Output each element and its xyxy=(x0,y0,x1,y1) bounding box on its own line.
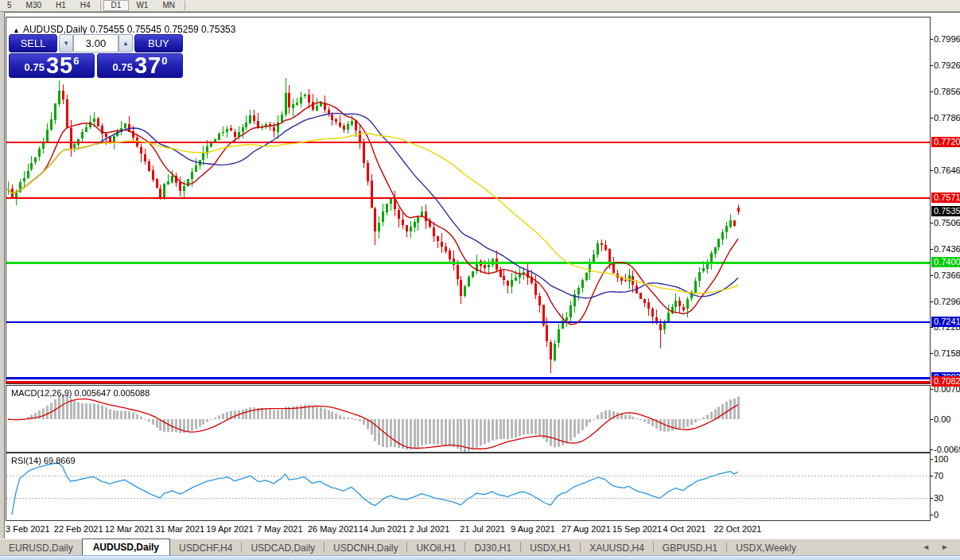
sell-price-button[interactable]: 0.75 35 6 xyxy=(9,53,95,78)
timeframe-button-m30[interactable]: M30 xyxy=(19,0,49,11)
price-axis-tick: 0.76460 xyxy=(934,165,960,175)
date-axis-label: 22 Oct 2021 xyxy=(713,524,761,534)
tab-scroll-right-icon[interactable]: ► xyxy=(941,542,949,552)
one-click-trade-panel: SELL ▼ ▲ BUY 0.75 35 6 0.75 37 0 xyxy=(9,34,183,78)
chart-tab-ukoil[interactable]: UKOil,H1 xyxy=(407,540,464,555)
timeframe-button-h4[interactable]: H4 xyxy=(73,0,98,11)
buy-price-button[interactable]: 0.75 37 0 xyxy=(97,53,183,78)
price-level-badge: 0.72411 xyxy=(931,317,960,327)
toolbar-separator xyxy=(185,1,185,10)
volume-decrease-button[interactable]: ▼ xyxy=(59,34,73,52)
rsi-axis-tick: 70 xyxy=(934,471,943,480)
timeframe-button-d1[interactable]: D1 xyxy=(103,0,130,11)
price-level-badge: 0.74007 xyxy=(931,257,960,267)
date-axis-label: 26 May 2021 xyxy=(308,524,359,534)
date-axis-label: 19 Apr 2021 xyxy=(206,524,253,534)
date-axis-label: 27 Aug 2021 xyxy=(562,524,611,534)
buy-button[interactable]: BUY xyxy=(134,34,183,52)
date-axis-label: 2 Jul 2021 xyxy=(410,524,450,534)
date-axis-label: 9 Aug 2021 xyxy=(511,524,555,534)
volume-input[interactable] xyxy=(73,34,119,52)
chevron-up-icon: ▲ xyxy=(122,40,129,47)
rsi-axis-tick: 100 xyxy=(934,454,948,464)
price-axis[interactable]: 0.799600.792600.785600.778600.764600.750… xyxy=(931,13,960,522)
chart-tab-dj30[interactable]: DJ30,H1 xyxy=(465,540,520,555)
price-axis-tick: 0.71580 xyxy=(934,348,960,358)
price-level-badge: 0.75716 xyxy=(931,192,960,203)
chart-window: ▲AUDUSD,Daily 0.75455 0.75545 0.75259 0.… xyxy=(4,12,960,539)
toolbar-separator xyxy=(100,1,101,10)
date-axis-label: 31 Mar 2021 xyxy=(155,524,204,534)
sell-price-pip-digit: 6 xyxy=(73,55,79,67)
volume-increase-button[interactable]: ▲ xyxy=(119,34,133,52)
rsi-pane[interactable]: RSI(14) 69.8669 xyxy=(6,453,931,521)
date-axis[interactable]: 3 Feb 202122 Feb 202112 Mar 202131 Mar 2… xyxy=(6,522,931,538)
chart-ohlc-values: 0.75455 0.75545 0.75259 0.75353 xyxy=(90,24,236,35)
buy-price-prefix: 0.75 xyxy=(113,61,133,73)
macd-label: MACD(12,26,9) 0.005647 0.005088 xyxy=(11,388,150,398)
chart-symbol-label: AUDUSD,Daily xyxy=(23,24,87,35)
rsi-axis-tick: 0 xyxy=(934,510,939,519)
price-axis-tick: 0.79960 xyxy=(934,34,960,44)
price-axis-tick: 0.72960 xyxy=(934,297,960,306)
rsi-axis-tick: 30 xyxy=(934,493,943,503)
date-axis-label: 22 Feb 2021 xyxy=(54,524,103,534)
date-axis-label: 3 Feb 2021 xyxy=(6,524,50,534)
chart-tab-usdchf[interactable]: USDCHF,H4 xyxy=(170,540,241,555)
macd-pane[interactable]: MACD(12,26,9) 0.005647 0.005088 xyxy=(6,385,931,453)
chart-tab-usdcnh[interactable]: USDCNH,Daily xyxy=(325,540,406,555)
chart-tab-audusd[interactable]: AUDUSD,Daily xyxy=(82,539,170,555)
chart-tab-eurusd[interactable]: EURUSD,Daily xyxy=(0,540,82,555)
price-level-badge: 0.70820 xyxy=(931,376,960,387)
macd-axis-tick: -0.006927 xyxy=(934,445,960,454)
tab-scroll-left-icon[interactable]: ◄ xyxy=(922,542,930,552)
date-axis-label: 21 Jul 2021 xyxy=(460,524,505,534)
macd-axis-tick: 0.00 xyxy=(934,414,950,424)
price-level-badge: 0.75353 xyxy=(931,206,960,216)
sell-button[interactable]: SELL xyxy=(9,34,57,52)
chart-tab-xauusd[interactable]: XAUUSD,H4 xyxy=(581,540,653,555)
tab-scroll-controls: ◄► xyxy=(922,542,949,552)
date-axis-label: 15 Sep 2021 xyxy=(612,524,662,534)
price-axis-tick: 0.79260 xyxy=(934,60,960,70)
sell-price-big-digits: 35 xyxy=(46,56,73,76)
chart-tab-usdx[interactable]: USDX,H1 xyxy=(521,540,580,555)
main-price-pane[interactable]: ▲AUDUSD,Daily 0.75455 0.75545 0.75259 0.… xyxy=(6,17,931,384)
chart-tab-gbpusd[interactable]: GBPUSD,H1 xyxy=(654,540,726,555)
date-axis-label: 4 Oct 2021 xyxy=(663,524,706,534)
date-axis-label: 12 Mar 2021 xyxy=(105,524,154,534)
date-axis-label: 7 May 2021 xyxy=(257,524,302,534)
panel-collapse-icon[interactable]: ▲ xyxy=(13,26,20,34)
chart-tab-usdx[interactable]: USDX,Weekly xyxy=(727,540,805,555)
price-axis-tick: 0.77860 xyxy=(934,113,960,122)
price-axis-tick: 0.73660 xyxy=(934,270,960,280)
chart-tab-bar: EURUSD,DailyAUDUSD,DailyUSDCHF,H4USDCAD,… xyxy=(0,539,960,555)
timeframe-toolbar: 5M30H1H4D1W1MN xyxy=(0,0,960,12)
price-axis-tick: 0.75060 xyxy=(934,218,960,228)
price-level-badge: 0.77200 xyxy=(931,137,960,147)
timeframe-button-5[interactable]: 5 xyxy=(0,0,19,11)
chart-title: ▲AUDUSD,Daily 0.75455 0.75545 0.75259 0.… xyxy=(13,24,235,35)
date-axis-label: 14 Jun 2021 xyxy=(359,524,407,534)
rsi-label: RSI(14) 69.8669 xyxy=(11,456,76,465)
chevron-down-icon: ▼ xyxy=(63,40,69,47)
timeframe-button-mn[interactable]: MN xyxy=(155,0,182,11)
buy-price-big-digits: 37 xyxy=(134,56,161,76)
rsi-canvas[interactable] xyxy=(6,453,930,520)
status-strip xyxy=(0,555,960,560)
timeframe-button-w1[interactable]: W1 xyxy=(129,0,155,11)
price-axis-tick: 0.74360 xyxy=(934,244,960,254)
price-axis-tick: 0.78560 xyxy=(934,87,960,96)
buy-price-pip-digit: 0 xyxy=(161,55,167,67)
sell-price-prefix: 0.75 xyxy=(25,61,45,73)
chart-tab-usdcad[interactable]: USDCAD,Daily xyxy=(242,540,324,555)
timeframe-button-h1[interactable]: H1 xyxy=(49,0,73,11)
